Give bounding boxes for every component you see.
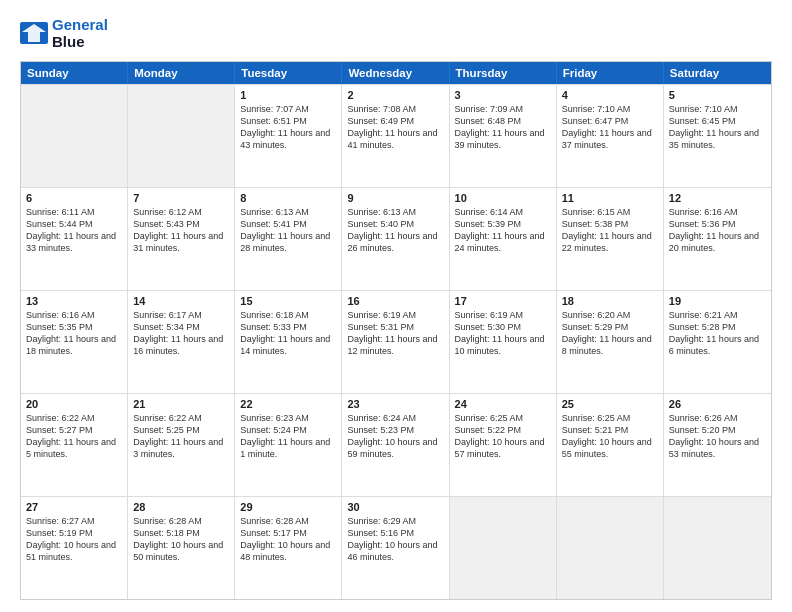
page: General Blue SundayMondayTuesdayWednesda… bbox=[0, 0, 792, 612]
day-number: 15 bbox=[240, 295, 336, 307]
day-info: Sunrise: 6:25 AM Sunset: 5:21 PM Dayligh… bbox=[562, 412, 658, 461]
calendar-cell: 23Sunrise: 6:24 AM Sunset: 5:23 PM Dayli… bbox=[342, 394, 449, 496]
calendar-cell: 26Sunrise: 6:26 AM Sunset: 5:20 PM Dayli… bbox=[664, 394, 771, 496]
day-number: 7 bbox=[133, 192, 229, 204]
logo-text: General Blue bbox=[52, 16, 108, 51]
calendar-cell: 25Sunrise: 6:25 AM Sunset: 5:21 PM Dayli… bbox=[557, 394, 664, 496]
day-number: 24 bbox=[455, 398, 551, 410]
header-day-monday: Monday bbox=[128, 62, 235, 84]
day-info: Sunrise: 6:16 AM Sunset: 5:35 PM Dayligh… bbox=[26, 309, 122, 358]
calendar-cell: 14Sunrise: 6:17 AM Sunset: 5:34 PM Dayli… bbox=[128, 291, 235, 393]
calendar-cell bbox=[557, 497, 664, 599]
day-info: Sunrise: 6:22 AM Sunset: 5:25 PM Dayligh… bbox=[133, 412, 229, 461]
day-number: 5 bbox=[669, 89, 766, 101]
day-number: 10 bbox=[455, 192, 551, 204]
day-number: 1 bbox=[240, 89, 336, 101]
day-info: Sunrise: 6:27 AM Sunset: 5:19 PM Dayligh… bbox=[26, 515, 122, 564]
calendar-cell: 17Sunrise: 6:19 AM Sunset: 5:30 PM Dayli… bbox=[450, 291, 557, 393]
calendar-cell: 30Sunrise: 6:29 AM Sunset: 5:16 PM Dayli… bbox=[342, 497, 449, 599]
day-number: 20 bbox=[26, 398, 122, 410]
day-info: Sunrise: 6:15 AM Sunset: 5:38 PM Dayligh… bbox=[562, 206, 658, 255]
day-number: 3 bbox=[455, 89, 551, 101]
calendar-cell: 2Sunrise: 7:08 AM Sunset: 6:49 PM Daylig… bbox=[342, 85, 449, 187]
day-info: Sunrise: 6:28 AM Sunset: 5:17 PM Dayligh… bbox=[240, 515, 336, 564]
calendar-cell: 11Sunrise: 6:15 AM Sunset: 5:38 PM Dayli… bbox=[557, 188, 664, 290]
calendar-cell: 15Sunrise: 6:18 AM Sunset: 5:33 PM Dayli… bbox=[235, 291, 342, 393]
calendar-cell: 28Sunrise: 6:28 AM Sunset: 5:18 PM Dayli… bbox=[128, 497, 235, 599]
day-info: Sunrise: 6:23 AM Sunset: 5:24 PM Dayligh… bbox=[240, 412, 336, 461]
day-info: Sunrise: 6:18 AM Sunset: 5:33 PM Dayligh… bbox=[240, 309, 336, 358]
day-number: 28 bbox=[133, 501, 229, 513]
calendar-row-2: 6Sunrise: 6:11 AM Sunset: 5:44 PM Daylig… bbox=[21, 187, 771, 290]
day-number: 22 bbox=[240, 398, 336, 410]
day-info: Sunrise: 6:13 AM Sunset: 5:41 PM Dayligh… bbox=[240, 206, 336, 255]
day-number: 25 bbox=[562, 398, 658, 410]
day-info: Sunrise: 6:28 AM Sunset: 5:18 PM Dayligh… bbox=[133, 515, 229, 564]
calendar-cell: 6Sunrise: 6:11 AM Sunset: 5:44 PM Daylig… bbox=[21, 188, 128, 290]
calendar-cell: 22Sunrise: 6:23 AM Sunset: 5:24 PM Dayli… bbox=[235, 394, 342, 496]
calendar-cell: 20Sunrise: 6:22 AM Sunset: 5:27 PM Dayli… bbox=[21, 394, 128, 496]
calendar-cell bbox=[128, 85, 235, 187]
day-number: 2 bbox=[347, 89, 443, 101]
day-info: Sunrise: 7:07 AM Sunset: 6:51 PM Dayligh… bbox=[240, 103, 336, 152]
day-info: Sunrise: 6:16 AM Sunset: 5:36 PM Dayligh… bbox=[669, 206, 766, 255]
calendar-row-5: 27Sunrise: 6:27 AM Sunset: 5:19 PM Dayli… bbox=[21, 496, 771, 599]
calendar-cell bbox=[664, 497, 771, 599]
day-number: 16 bbox=[347, 295, 443, 307]
calendar-cell: 8Sunrise: 6:13 AM Sunset: 5:41 PM Daylig… bbox=[235, 188, 342, 290]
header-day-thursday: Thursday bbox=[450, 62, 557, 84]
header-day-tuesday: Tuesday bbox=[235, 62, 342, 84]
day-number: 12 bbox=[669, 192, 766, 204]
day-number: 8 bbox=[240, 192, 336, 204]
calendar-row-4: 20Sunrise: 6:22 AM Sunset: 5:27 PM Dayli… bbox=[21, 393, 771, 496]
day-info: Sunrise: 7:08 AM Sunset: 6:49 PM Dayligh… bbox=[347, 103, 443, 152]
calendar-cell bbox=[21, 85, 128, 187]
day-number: 23 bbox=[347, 398, 443, 410]
day-info: Sunrise: 6:24 AM Sunset: 5:23 PM Dayligh… bbox=[347, 412, 443, 461]
day-number: 11 bbox=[562, 192, 658, 204]
header-day-wednesday: Wednesday bbox=[342, 62, 449, 84]
calendar-cell: 16Sunrise: 6:19 AM Sunset: 5:31 PM Dayli… bbox=[342, 291, 449, 393]
calendar-body: 1Sunrise: 7:07 AM Sunset: 6:51 PM Daylig… bbox=[21, 84, 771, 600]
calendar-cell: 10Sunrise: 6:14 AM Sunset: 5:39 PM Dayli… bbox=[450, 188, 557, 290]
header-day-sunday: Sunday bbox=[21, 62, 128, 84]
day-info: Sunrise: 6:20 AM Sunset: 5:29 PM Dayligh… bbox=[562, 309, 658, 358]
calendar-cell: 18Sunrise: 6:20 AM Sunset: 5:29 PM Dayli… bbox=[557, 291, 664, 393]
calendar-cell: 29Sunrise: 6:28 AM Sunset: 5:17 PM Dayli… bbox=[235, 497, 342, 599]
day-number: 9 bbox=[347, 192, 443, 204]
day-info: Sunrise: 6:26 AM Sunset: 5:20 PM Dayligh… bbox=[669, 412, 766, 461]
logo-icon bbox=[20, 22, 48, 44]
day-number: 17 bbox=[455, 295, 551, 307]
calendar-cell bbox=[450, 497, 557, 599]
calendar-cell: 1Sunrise: 7:07 AM Sunset: 6:51 PM Daylig… bbox=[235, 85, 342, 187]
day-info: Sunrise: 7:10 AM Sunset: 6:45 PM Dayligh… bbox=[669, 103, 766, 152]
day-number: 19 bbox=[669, 295, 766, 307]
calendar-row-3: 13Sunrise: 6:16 AM Sunset: 5:35 PM Dayli… bbox=[21, 290, 771, 393]
header-day-saturday: Saturday bbox=[664, 62, 771, 84]
day-info: Sunrise: 6:25 AM Sunset: 5:22 PM Dayligh… bbox=[455, 412, 551, 461]
calendar-cell: 27Sunrise: 6:27 AM Sunset: 5:19 PM Dayli… bbox=[21, 497, 128, 599]
calendar-cell: 9Sunrise: 6:13 AM Sunset: 5:40 PM Daylig… bbox=[342, 188, 449, 290]
calendar: SundayMondayTuesdayWednesdayThursdayFrid… bbox=[20, 61, 772, 601]
day-number: 29 bbox=[240, 501, 336, 513]
day-number: 30 bbox=[347, 501, 443, 513]
day-info: Sunrise: 6:11 AM Sunset: 5:44 PM Dayligh… bbox=[26, 206, 122, 255]
logo: General Blue bbox=[20, 16, 108, 51]
calendar-cell: 19Sunrise: 6:21 AM Sunset: 5:28 PM Dayli… bbox=[664, 291, 771, 393]
calendar-cell: 24Sunrise: 6:25 AM Sunset: 5:22 PM Dayli… bbox=[450, 394, 557, 496]
day-number: 13 bbox=[26, 295, 122, 307]
calendar-cell: 21Sunrise: 6:22 AM Sunset: 5:25 PM Dayli… bbox=[128, 394, 235, 496]
calendar-cell: 4Sunrise: 7:10 AM Sunset: 6:47 PM Daylig… bbox=[557, 85, 664, 187]
day-info: Sunrise: 6:19 AM Sunset: 5:31 PM Dayligh… bbox=[347, 309, 443, 358]
day-info: Sunrise: 6:29 AM Sunset: 5:16 PM Dayligh… bbox=[347, 515, 443, 564]
calendar-cell: 13Sunrise: 6:16 AM Sunset: 5:35 PM Dayli… bbox=[21, 291, 128, 393]
calendar-header: SundayMondayTuesdayWednesdayThursdayFrid… bbox=[21, 62, 771, 84]
day-info: Sunrise: 6:12 AM Sunset: 5:43 PM Dayligh… bbox=[133, 206, 229, 255]
calendar-row-1: 1Sunrise: 7:07 AM Sunset: 6:51 PM Daylig… bbox=[21, 84, 771, 187]
day-number: 14 bbox=[133, 295, 229, 307]
day-number: 6 bbox=[26, 192, 122, 204]
day-number: 26 bbox=[669, 398, 766, 410]
day-info: Sunrise: 6:21 AM Sunset: 5:28 PM Dayligh… bbox=[669, 309, 766, 358]
calendar-cell: 7Sunrise: 6:12 AM Sunset: 5:43 PM Daylig… bbox=[128, 188, 235, 290]
day-number: 21 bbox=[133, 398, 229, 410]
